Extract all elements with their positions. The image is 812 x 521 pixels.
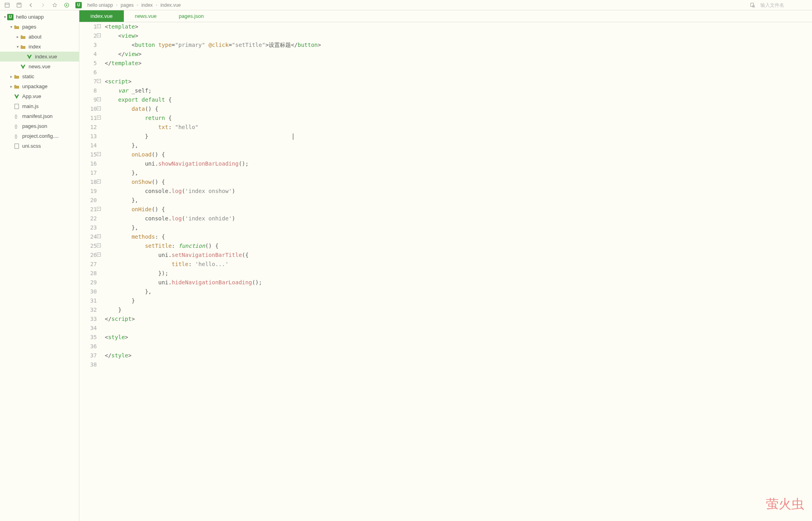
back-icon[interactable]	[28, 2, 34, 8]
tree-item-app-vue[interactable]: App.vue	[0, 91, 79, 101]
code-editor[interactable]: 1−2−34567−89−10−11−12131415−161718−19202…	[79, 22, 812, 521]
tree-item-pages-json[interactable]: {}pages.json	[0, 121, 79, 131]
tree-label: hello uniapp	[16, 14, 44, 20]
tree-item-index-vue[interactable]: index.vue	[0, 52, 79, 62]
tree-item-project-config----[interactable]: {}project.config....	[0, 131, 79, 141]
tree-item-about[interactable]: ▸about	[0, 32, 79, 42]
run-icon[interactable]	[63, 2, 70, 8]
code-line[interactable]: <template>	[105, 22, 812, 31]
line-number: 4	[79, 50, 97, 59]
code-line[interactable]	[105, 342, 812, 351]
code-line[interactable]: console.log('index onhide')	[105, 214, 812, 223]
code-line[interactable]: data() {	[105, 104, 812, 114]
tree-item-pages[interactable]: ▾pages	[0, 22, 79, 32]
fold-marker-icon[interactable]: −	[97, 106, 101, 110]
save-icon[interactable]	[16, 2, 22, 8]
tab-index-vue[interactable]: index.vue	[79, 10, 124, 22]
code-line[interactable]: </view>	[105, 50, 812, 59]
code-line[interactable]: return {	[105, 114, 812, 123]
code-line[interactable]: txt: "hello"	[105, 123, 812, 132]
code-line[interactable]: uni.hideNavigationBarLoading();	[105, 278, 812, 287]
file-tree[interactable]: ▾ U hello uniapp ▾pages▸about▾indexindex…	[0, 10, 79, 521]
tree-label: project.config....	[22, 133, 59, 139]
code-line[interactable]: }	[105, 296, 812, 305]
code-line[interactable]	[105, 360, 812, 369]
code-line[interactable]: },	[105, 287, 812, 296]
tree-item-index[interactable]: ▾index	[0, 42, 79, 52]
code-line[interactable]: <button type="primary" @click="setTitle"…	[105, 41, 812, 50]
code-line[interactable]	[105, 324, 812, 333]
code-line[interactable]: });	[105, 269, 812, 278]
fold-marker-icon[interactable]: −	[97, 207, 101, 211]
fold-marker-icon[interactable]: −	[97, 116, 101, 120]
breadcrumb-segment[interactable]: pages	[121, 2, 134, 8]
tree-item-main-js[interactable]: main.js	[0, 101, 79, 111]
code-line[interactable]: },	[105, 196, 812, 205]
chevron-icon[interactable]: ▾	[15, 44, 20, 49]
fold-marker-icon[interactable]: −	[97, 24, 101, 28]
code-line[interactable]: </script>	[105, 315, 812, 324]
code-line[interactable]: uni.showNavigationBarLoading();	[105, 159, 812, 168]
toolbar: U hello uniapp › pages › index › index.v…	[0, 0, 812, 10]
breadcrumb-project[interactable]: hello uniapp	[87, 2, 113, 8]
tab-pages-json[interactable]: pages.json	[168, 10, 215, 22]
code-line[interactable]: <style>	[105, 333, 812, 342]
code-line[interactable]: console.log('index onshow')	[105, 187, 812, 196]
tab-news-vue[interactable]: news.vue	[124, 10, 168, 22]
chevron-down-icon[interactable]: ▾	[2, 15, 7, 19]
code-line[interactable]: uni.setNavigationBarTitle({	[105, 251, 812, 260]
vue-icon	[20, 64, 26, 70]
code-line[interactable]: export default {	[105, 95, 812, 104]
file-search-input[interactable]	[760, 2, 808, 8]
fold-marker-icon[interactable]: −	[97, 33, 101, 37]
code-line[interactable]	[105, 68, 812, 77]
tree-item-static[interactable]: ▸static	[0, 71, 79, 81]
line-number: 11−	[79, 114, 97, 123]
tree-item-news-vue[interactable]: news.vue	[0, 62, 79, 71]
fold-marker-icon[interactable]: −	[97, 253, 101, 257]
code-line[interactable]: },	[105, 141, 812, 150]
tree-item-manifest-json[interactable]: {}manifest.json	[0, 111, 79, 121]
chevron-icon[interactable]: ▸	[9, 84, 13, 89]
tree-item-uni-scss[interactable]: uni.scss	[0, 141, 79, 151]
code-line[interactable]: }	[105, 305, 812, 315]
code-line[interactable]: onShow() {	[105, 178, 812, 187]
code-line[interactable]: title: 'hello...'	[105, 260, 812, 269]
code-line[interactable]: var _self;	[105, 86, 812, 95]
code-line[interactable]: setTitle: function() {	[105, 241, 812, 251]
star-icon[interactable]	[52, 2, 58, 8]
svg-rect-5	[751, 3, 754, 6]
forward-icon[interactable]	[40, 2, 46, 8]
code-line[interactable]: methods: {	[105, 232, 812, 241]
code-line[interactable]: }	[105, 132, 812, 141]
line-number: 2−	[79, 31, 97, 41]
chevron-icon[interactable]: ▸	[15, 35, 20, 39]
breadcrumb-segment[interactable]: index	[141, 2, 153, 8]
chevron-icon[interactable]: ▸	[9, 74, 13, 79]
code-line[interactable]: onHide() {	[105, 205, 812, 214]
code-line[interactable]: },	[105, 223, 812, 232]
code-line[interactable]: <script>	[105, 77, 812, 86]
menu-icon[interactable]	[4, 2, 10, 8]
line-number: 24−	[79, 232, 97, 241]
code-line[interactable]: },	[105, 168, 812, 178]
code-line[interactable]: onLoad() {	[105, 150, 812, 159]
tree-root[interactable]: ▾ U hello uniapp	[0, 12, 79, 22]
fold-marker-icon[interactable]: −	[97, 179, 101, 183]
fold-marker-icon[interactable]: −	[97, 234, 101, 238]
tree-item-unpackage[interactable]: ▸unpackage	[0, 81, 79, 91]
chevron-icon[interactable]: ▾	[9, 25, 13, 29]
code-lines[interactable]: <template> <view> <button type="primary"…	[99, 22, 812, 521]
code-line[interactable]: </template>	[105, 59, 812, 68]
code-line[interactable]: </style>	[105, 351, 812, 360]
breadcrumb-segment[interactable]: index.vue	[160, 2, 181, 8]
line-number: 1−	[79, 22, 97, 31]
fold-marker-icon[interactable]: −	[97, 152, 101, 156]
fold-marker-icon[interactable]: −	[97, 243, 101, 247]
file-search-icon[interactable]	[749, 2, 756, 8]
fold-marker-icon[interactable]: −	[97, 97, 101, 101]
code-line[interactable]: <view>	[105, 31, 812, 41]
line-number: 32	[79, 305, 97, 315]
chevron-right-icon: ›	[116, 3, 117, 7]
fold-marker-icon[interactable]: −	[97, 79, 101, 83]
